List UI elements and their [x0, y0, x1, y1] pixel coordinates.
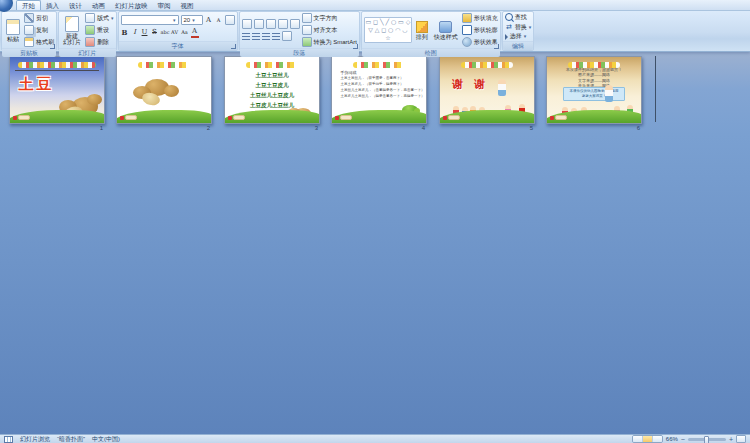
layout-button[interactable]: 版式 ▾ — [85, 13, 114, 23]
slide-thumbnail-1[interactable]: 土豆 — [9, 56, 105, 124]
select-button[interactable]: 选择 ▾ — [505, 33, 532, 40]
fit-to-window-button[interactable] — [736, 435, 746, 443]
align-text-button[interactable]: 对齐文本 — [302, 25, 357, 35]
replace-label: 替换 — [515, 24, 527, 31]
slide-thumbnail-4[interactable]: 手指游戏 土豆土豆丝儿，（双手握拳，击掌两下） 土豆土豆皮儿，（双手拍手，碰拳两… — [331, 56, 427, 124]
copy-label: 复制 — [36, 27, 48, 34]
cut-label: 剪切 — [36, 15, 48, 22]
grow-font-button[interactable]: A — [205, 16, 213, 25]
slide-5-scene: 谢 谢 — [440, 57, 534, 123]
office-button[interactable] — [0, 0, 13, 12]
find-button[interactable]: 查找 — [505, 13, 532, 21]
numbering-button[interactable] — [254, 19, 264, 29]
slideshow-view-button[interactable] — [653, 436, 662, 442]
increase-indent-button[interactable] — [278, 19, 288, 29]
tab-review[interactable]: 审阅 — [153, 1, 176, 10]
underline-button[interactable]: U — [141, 28, 149, 37]
arrange-button[interactable]: 排列 — [414, 21, 430, 40]
shape-fill-icon — [462, 13, 472, 23]
instruction-line: 土豆丝儿土豆皮儿，（击掌碰拳各一下，再击掌一下） — [340, 87, 424, 93]
zoom-in-button[interactable]: + — [729, 436, 733, 443]
slide-thumbnail-2[interactable] — [116, 56, 212, 124]
align-left-button[interactable] — [242, 33, 250, 40]
tab-slideshow[interactable]: 幻灯片放映 — [110, 1, 153, 10]
shrink-font-button[interactable]: A — [215, 16, 223, 25]
shape-fill-button[interactable]: 形状填充 — [462, 13, 498, 23]
new-slide-button[interactable]: 新建 幻灯片 — [61, 16, 83, 45]
replace-icon: ⇄ — [505, 23, 513, 31]
bold-button[interactable]: B — [121, 28, 129, 37]
cartoon-banner — [138, 62, 191, 68]
font-name-select[interactable]: ▾ — [121, 15, 179, 25]
quick-styles-label: 快速样式 — [434, 34, 458, 40]
quick-styles-button[interactable]: 快速样式 — [432, 21, 460, 40]
font-group: ▾ 20 ▾ A A B I U S abc AV Aa A 字体 — [118, 11, 238, 51]
cut-button[interactable]: 剪切 — [24, 13, 54, 23]
convert-smartart-button[interactable]: 转换为 SmartArt — [302, 37, 357, 47]
zoom-slider[interactable] — [688, 438, 726, 441]
clipboard-dialog-launcher[interactable] — [50, 44, 55, 49]
font-size-value: 20 — [184, 17, 191, 23]
status-language[interactable]: 中文(中国) — [92, 436, 120, 443]
font-color-button[interactable]: A — [191, 27, 199, 38]
slides-group: 新建 幻灯片 版式 ▾ 重设 删除 幻灯片 — [58, 11, 117, 51]
delete-label: 删除 — [97, 39, 109, 46]
tab-animations[interactable]: 动画 — [87, 1, 110, 10]
copy-button[interactable]: 复制 — [24, 25, 54, 35]
align-center-button[interactable] — [252, 33, 260, 40]
rhyme-text: 土豆土豆丝儿 土豆土豆皮儿 土豆丝儿土豆皮儿 土豆皮儿土豆丝儿 — [225, 70, 319, 110]
corner-logo — [228, 115, 245, 120]
align-text-icon — [302, 25, 312, 35]
slide-sorter-view-button[interactable] — [643, 436, 653, 442]
tab-design[interactable]: 设计 — [64, 1, 87, 10]
font-dialog-launcher[interactable] — [231, 44, 236, 49]
decrease-indent-button[interactable] — [266, 19, 276, 29]
slide-number: 5 — [439, 125, 533, 131]
paste-button[interactable]: 粘贴 — [4, 19, 22, 42]
zoom-level: 66% — [666, 436, 678, 443]
text-shadow-button[interactable]: abc — [161, 28, 169, 37]
cartoon-banner — [353, 62, 406, 68]
replace-button[interactable]: ⇄ 替换 ▾ — [505, 23, 532, 31]
drawing-dialog-launcher[interactable] — [494, 44, 499, 49]
tab-home[interactable]: 开始 — [16, 0, 41, 10]
slide-thumbnail-6[interactable]: 本次课件到此结束，谢谢观赏！ 图片来源——网络 文字来源——网络 音乐来源——网… — [546, 56, 642, 124]
reset-button[interactable]: 重设 — [85, 25, 114, 35]
slide-thumbnail-5[interactable]: 谢 谢 — [439, 56, 535, 124]
tab-view[interactable]: 视图 — [176, 1, 199, 10]
text-direction-button[interactable]: 文字方向 — [302, 13, 357, 23]
slide-sorter-pane[interactable]: 土豆 1 2 土豆土豆丝儿 土豆土豆皮儿 土豆丝儿土豆 — [0, 51, 750, 435]
font-group-label: 字体 — [119, 41, 237, 50]
zoom-out-button[interactable]: − — [681, 436, 685, 443]
italic-button[interactable]: I — [131, 28, 139, 37]
shapes-gallery[interactable]: ▭ ◻ ╲ ╱ ○ ▭ ◇ ▽ △ ◻ ○ ◠ ◡ ☆ ◻ ○ △ ◇ ☆ ▭ … — [364, 17, 412, 43]
zoom-slider-thumb[interactable] — [704, 436, 709, 443]
paragraph-dialog-launcher[interactable] — [353, 44, 358, 49]
character-spacing-button[interactable]: AV — [171, 28, 179, 37]
slide-1-title: 土豆 — [18, 75, 54, 94]
columns-button[interactable] — [282, 31, 292, 41]
slide-thumbnail-3[interactable]: 土豆土豆丝儿 土豆土豆皮儿 土豆丝儿土豆皮儿 土豆皮儿土豆丝儿 — [224, 56, 320, 124]
clear-formatting-button[interactable] — [225, 15, 235, 25]
normal-view-button[interactable] — [633, 436, 643, 442]
tab-insert[interactable]: 插入 — [41, 1, 64, 10]
strikethrough-button[interactable]: S — [151, 28, 159, 37]
bullets-button[interactable] — [242, 19, 252, 29]
align-right-button[interactable] — [262, 33, 270, 40]
arrange-icon — [416, 21, 428, 33]
change-case-button[interactable]: Aa — [181, 28, 189, 37]
cartoon-banner — [246, 62, 299, 68]
slide-view-icon — [4, 436, 13, 443]
layout-icon — [85, 13, 95, 23]
justify-button[interactable] — [272, 33, 280, 40]
line-spacing-button[interactable] — [290, 19, 300, 29]
font-size-select[interactable]: 20 ▾ — [181, 15, 203, 25]
editing-group-label: 编辑 — [503, 41, 534, 50]
shape-effects-button[interactable]: 形状效果 — [462, 37, 498, 47]
delete-slide-button[interactable]: 删除 — [85, 37, 114, 47]
shape-outline-button[interactable]: 形状轮廓 — [462, 25, 498, 35]
delete-icon — [85, 37, 95, 47]
ribbon-tab-bar: 开始 插入 设计 动画 幻灯片放映 审阅 视图 — [0, 0, 750, 11]
slide-3-scene: 土豆土豆丝儿 土豆土豆皮儿 土豆丝儿土豆皮儿 土豆皮儿土豆丝儿 — [225, 57, 319, 123]
paste-icon — [6, 19, 20, 35]
